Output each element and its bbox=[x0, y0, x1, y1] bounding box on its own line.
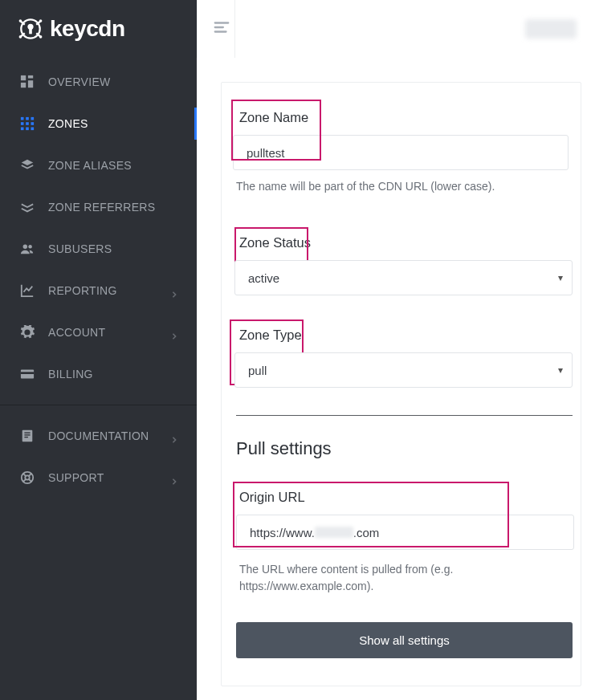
svg-point-7 bbox=[19, 19, 22, 22]
zone-name-input[interactable] bbox=[233, 135, 569, 170]
svg-line-37 bbox=[29, 479, 32, 482]
svg-point-10 bbox=[39, 35, 43, 39]
origin-url-input[interactable]: https://www..com bbox=[236, 515, 574, 550]
svg-rect-28 bbox=[22, 430, 33, 442]
layers-icon bbox=[19, 157, 35, 173]
brand-name: keycdn bbox=[50, 16, 125, 42]
sidebar-item-documentation[interactable]: DOCUMENTATION bbox=[0, 415, 197, 457]
svg-rect-13 bbox=[28, 80, 33, 88]
svg-rect-23 bbox=[31, 128, 35, 131]
zone-name-label: Zone Name bbox=[233, 110, 581, 135]
svg-rect-29 bbox=[24, 433, 30, 433]
zone-name-hint: The name will be part of the CDN URL (lo… bbox=[236, 178, 581, 195]
users-icon bbox=[19, 241, 35, 257]
sidebar-item-label: REPORTING bbox=[48, 284, 158, 297]
svg-rect-27 bbox=[21, 372, 34, 374]
origin-url-label: Origin URL bbox=[234, 490, 573, 515]
document-icon bbox=[19, 428, 35, 444]
main-nav: OVERVIEW ZONES ZONE ALIASES ZONE REFERRE… bbox=[0, 61, 197, 700]
svg-rect-21 bbox=[21, 128, 24, 131]
chevron-right-icon bbox=[171, 287, 177, 294]
svg-rect-19 bbox=[26, 122, 29, 125]
svg-rect-31 bbox=[24, 437, 28, 438]
sidebar: keycdn OVERVIEW ZONES ZONE ALIASES ZONE … bbox=[0, 0, 197, 700]
sidebar-item-subusers[interactable]: SUBUSERS bbox=[0, 228, 197, 270]
chevron-right-icon bbox=[171, 433, 177, 439]
sidebar-item-label: SUPPORT bbox=[48, 471, 158, 484]
sidebar-item-label: OVERVIEW bbox=[48, 75, 177, 88]
sidebar-item-support[interactable]: SUPPORT bbox=[0, 457, 197, 499]
origin-url-value-prefix: https://www. bbox=[250, 526, 315, 539]
section-divider bbox=[236, 415, 573, 416]
logo[interactable]: keycdn bbox=[0, 0, 197, 61]
svg-point-24 bbox=[23, 245, 27, 249]
zone-type-label: Zone Type bbox=[231, 328, 573, 352]
zone-status-select[interactable]: active bbox=[234, 260, 573, 295]
svg-line-34 bbox=[23, 474, 26, 477]
svg-line-35 bbox=[29, 474, 32, 477]
sidebar-item-overview[interactable]: OVERVIEW bbox=[0, 61, 197, 103]
sidebar-item-label: ZONES bbox=[48, 117, 177, 130]
chevron-right-icon bbox=[171, 329, 177, 336]
svg-rect-15 bbox=[21, 117, 24, 120]
topbar-user[interactable] bbox=[525, 19, 577, 39]
svg-point-8 bbox=[39, 19, 43, 22]
user-badge bbox=[525, 19, 577, 39]
svg-rect-11 bbox=[21, 75, 26, 80]
svg-rect-2 bbox=[29, 28, 32, 34]
svg-rect-18 bbox=[21, 122, 24, 125]
origin-url-hint: The URL where content is pulled from (e.… bbox=[239, 561, 496, 595]
sidebar-item-zones[interactable]: ZONES bbox=[0, 103, 197, 144]
layers-icon bbox=[19, 199, 35, 215]
sidebar-item-label: DOCUMENTATION bbox=[48, 429, 158, 442]
pull-settings-heading: Pull settings bbox=[236, 438, 573, 459]
zone-type-select[interactable]: pull bbox=[234, 352, 573, 388]
svg-rect-22 bbox=[26, 128, 29, 131]
svg-rect-30 bbox=[24, 434, 30, 435]
zone-status-label: Zone Status bbox=[234, 235, 573, 260]
svg-rect-12 bbox=[28, 75, 33, 79]
sidebar-item-reporting[interactable]: REPORTING bbox=[0, 270, 197, 311]
show-all-settings-button[interactable]: Show all settings bbox=[236, 622, 573, 658]
sidebar-item-account[interactable]: ACCOUNT bbox=[0, 311, 197, 353]
svg-rect-14 bbox=[21, 83, 26, 88]
origin-url-blurred bbox=[315, 527, 353, 538]
svg-rect-20 bbox=[31, 122, 35, 125]
topbar bbox=[197, 0, 591, 58]
origin-url-value-suffix: .com bbox=[353, 526, 380, 539]
gear-icon bbox=[19, 324, 35, 340]
sidebar-item-label: ZONE REFERRERS bbox=[48, 201, 177, 214]
sidebar-item-label: SUBUSERS bbox=[48, 242, 177, 255]
zone-form-card: Zone Name The name will be part of the C… bbox=[221, 82, 581, 686]
svg-point-9 bbox=[19, 35, 22, 39]
sidebar-item-billing[interactable]: BILLING bbox=[0, 353, 197, 395]
lifebuoy-icon bbox=[19, 470, 35, 486]
sidebar-item-zone-referrers[interactable]: ZONE REFERRERS bbox=[0, 186, 197, 228]
svg-rect-17 bbox=[31, 117, 35, 120]
dashboard-icon bbox=[19, 74, 35, 90]
nav-divider bbox=[0, 405, 197, 405]
main-content: Zone Name The name will be part of the C… bbox=[197, 0, 591, 700]
keycdn-logo-icon bbox=[16, 14, 45, 43]
grid-icon bbox=[19, 116, 35, 132]
sidebar-item-label: BILLING bbox=[48, 368, 177, 381]
svg-point-25 bbox=[28, 245, 32, 249]
sidebar-item-label: ACCOUNT bbox=[48, 326, 158, 339]
credit-card-icon bbox=[19, 366, 35, 382]
menu-toggle-icon[interactable] bbox=[213, 18, 230, 39]
chevron-right-icon bbox=[171, 474, 177, 481]
chart-icon bbox=[19, 283, 35, 299]
svg-rect-16 bbox=[26, 117, 29, 120]
sidebar-item-label: ZONE ALIASES bbox=[48, 159, 177, 172]
svg-line-36 bbox=[23, 479, 26, 482]
sidebar-item-zone-aliases[interactable]: ZONE ALIASES bbox=[0, 144, 197, 186]
